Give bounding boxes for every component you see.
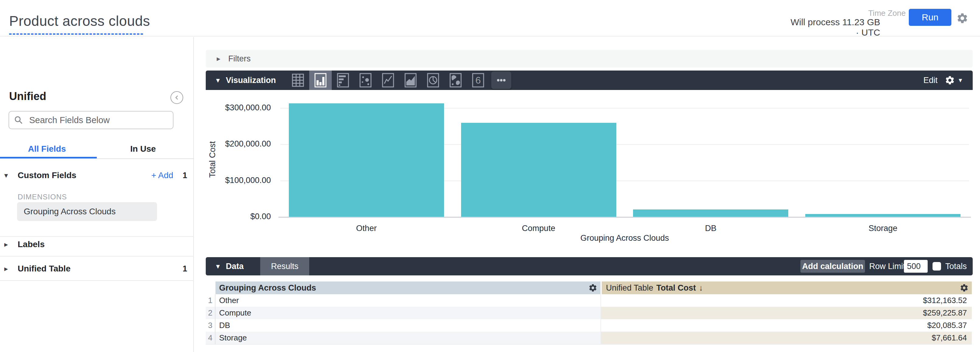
bar-db[interactable] bbox=[633, 209, 788, 217]
column-gear-icon[interactable] bbox=[959, 283, 969, 292]
viz-type-picker: 6 bbox=[287, 71, 511, 90]
viz-type-area-chart-icon[interactable] bbox=[399, 71, 422, 90]
row-number: 3 bbox=[206, 319, 215, 331]
top-header: Product across clouds Time Zone Will pro… bbox=[0, 0, 980, 36]
custom-fields-label: Custom Fields bbox=[18, 171, 76, 180]
visualization-label[interactable]: Visualization bbox=[226, 76, 276, 85]
table-body: 1Other$312,163.522Compute$259,225.873DB$… bbox=[206, 294, 972, 344]
x-axis-title: Grouping Across Clouds bbox=[280, 233, 969, 243]
viz-type-column-chart-icon[interactable] bbox=[309, 71, 332, 90]
totals-label: Totals bbox=[945, 262, 967, 271]
x-axis-line bbox=[278, 217, 971, 218]
results-tab[interactable]: Results bbox=[260, 257, 309, 275]
dimension-cell[interactable]: Other bbox=[215, 294, 600, 307]
viz-type-table-icon[interactable] bbox=[287, 71, 309, 90]
search-icon bbox=[14, 116, 23, 125]
y-tick-label: $200,000.00 bbox=[206, 139, 271, 149]
sidebar-item-custom-fields[interactable]: ▾ Custom Fields + Add 1 bbox=[0, 168, 194, 183]
svg-text:6: 6 bbox=[476, 75, 481, 86]
divider bbox=[0, 256, 194, 257]
measure-cell[interactable]: $312,163.52 bbox=[600, 294, 972, 307]
row-number: 2 bbox=[206, 307, 215, 319]
measure-cell[interactable]: $259,225.87 bbox=[600, 307, 972, 319]
column-gear-icon[interactable] bbox=[588, 283, 597, 292]
table-row: 1Other$312,163.52 bbox=[206, 294, 972, 307]
time-zone-label[interactable]: Time Zone bbox=[866, 8, 906, 18]
search-input[interactable] bbox=[29, 115, 157, 125]
tab-row-border bbox=[0, 159, 194, 159]
sidebar-collapse-button[interactable] bbox=[170, 91, 183, 104]
viz-settings-caret-down-icon[interactable]: ▾ bbox=[959, 76, 962, 84]
field-search-box[interactable] bbox=[8, 111, 173, 129]
tab-all-fields[interactable]: All Fields bbox=[28, 144, 66, 159]
title-edit-underline bbox=[9, 33, 143, 35]
row-limit-input[interactable] bbox=[904, 260, 928, 273]
sort-desc-icon[interactable]: ↓ bbox=[699, 283, 703, 293]
labels-label: Labels bbox=[18, 239, 45, 249]
chevron-left-icon bbox=[173, 94, 181, 101]
y-tick-label: $300,000.00 bbox=[206, 103, 271, 113]
viz-type-bar-chart-icon[interactable] bbox=[332, 71, 354, 90]
sidebar-tabs: All Fields In Use bbox=[0, 144, 194, 159]
bar-storage[interactable] bbox=[805, 214, 961, 217]
bar-other[interactable] bbox=[289, 103, 444, 217]
row-number: 4 bbox=[206, 331, 215, 344]
measure-view-name: Unified Table bbox=[606, 283, 654, 293]
caret-down-icon[interactable]: ▾ bbox=[0, 171, 12, 180]
x-tick-label: Storage bbox=[797, 224, 969, 233]
dimensions-group-label: DIMENSIONS bbox=[18, 193, 67, 201]
run-button[interactable]: Run bbox=[909, 9, 951, 26]
dimension-header-label: Grouping Across Clouds bbox=[219, 283, 316, 293]
tab-in-use[interactable]: In Use bbox=[130, 144, 156, 159]
bar-compute[interactable] bbox=[461, 123, 616, 217]
visualization-section-header: ▾ Visualization 6 Edit ▾ bbox=[206, 71, 973, 90]
unified-table-label: Unified Table bbox=[18, 264, 71, 274]
viz-edit-button[interactable]: Edit bbox=[923, 76, 938, 85]
field-label: Grouping Across Clouds bbox=[24, 207, 116, 216]
table-row: 3DB$20,085.37 bbox=[206, 319, 972, 331]
filters-section-header[interactable]: ▸ Filters bbox=[206, 50, 973, 68]
caret-down-icon[interactable]: ▾ bbox=[216, 76, 220, 84]
table-row: 4Storage$7,661.64 bbox=[206, 331, 972, 344]
x-tick-label: Compute bbox=[453, 224, 625, 233]
viz-type-line-chart-icon[interactable] bbox=[377, 71, 399, 90]
viz-type-pie-chart-icon[interactable] bbox=[422, 71, 444, 90]
viz-type-more-icon[interactable] bbox=[491, 71, 511, 89]
table-header-row: Grouping Across Clouds Unified Table Tot… bbox=[206, 281, 972, 294]
column-header-grouping-across-clouds[interactable]: Grouping Across Clouds bbox=[215, 281, 600, 294]
unified-table-count: 1 bbox=[183, 264, 187, 274]
measure-field-name: Total Cost bbox=[657, 283, 696, 293]
y-tick-label: $0.00 bbox=[206, 212, 271, 221]
row-number: 1 bbox=[206, 294, 215, 307]
data-label[interactable]: Data bbox=[226, 262, 244, 271]
measure-cell[interactable]: $7,661.64 bbox=[600, 331, 972, 344]
row-limit-label: Row Limit bbox=[869, 262, 905, 271]
caret-right-icon[interactable]: ▸ bbox=[0, 265, 12, 273]
field-grouping-across-clouds[interactable]: Grouping Across Clouds bbox=[17, 202, 157, 221]
totals-checkbox[interactable] bbox=[932, 262, 941, 271]
viz-type-scatter-icon[interactable] bbox=[354, 71, 377, 90]
filters-label: Filters bbox=[228, 54, 251, 63]
sidebar-item-unified-table[interactable]: ▸ Unified Table 1 bbox=[0, 261, 194, 276]
table-bottom-border bbox=[206, 344, 972, 345]
results-table: Grouping Across Clouds Unified Table Tot… bbox=[206, 281, 972, 345]
explore-name: Unified bbox=[9, 90, 46, 103]
explore-settings-gear-icon[interactable] bbox=[956, 12, 969, 24]
caret-down-icon[interactable]: ▾ bbox=[216, 262, 220, 271]
viz-type-map-icon[interactable] bbox=[444, 71, 467, 90]
page-title[interactable]: Product across clouds bbox=[9, 13, 150, 29]
row-number-header bbox=[206, 281, 215, 294]
divider bbox=[0, 280, 194, 281]
viz-settings-gear-icon[interactable] bbox=[945, 75, 955, 86]
sidebar-item-labels[interactable]: ▸ Labels bbox=[0, 237, 194, 252]
add-calculation-button[interactable]: Add calculation bbox=[800, 260, 865, 273]
y-tick-label: $100,000.00 bbox=[206, 176, 271, 185]
viz-type-single-value-icon[interactable]: 6 bbox=[467, 71, 489, 90]
dimension-cell[interactable]: Compute bbox=[215, 307, 600, 319]
add-custom-field-button[interactable]: + Add bbox=[151, 171, 173, 180]
measure-cell[interactable]: $20,085.37 bbox=[600, 319, 972, 331]
caret-right-icon[interactable]: ▸ bbox=[0, 240, 12, 249]
column-header-total-cost[interactable]: Unified Table Total Cost ↓ bbox=[600, 281, 972, 294]
dimension-cell[interactable]: DB bbox=[215, 319, 600, 331]
dimension-cell[interactable]: Storage bbox=[215, 331, 600, 344]
